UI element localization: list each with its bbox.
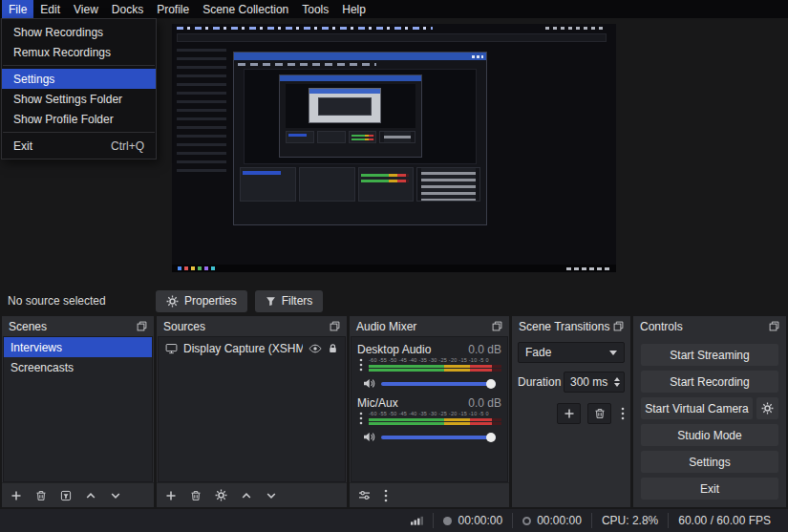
slider-handle[interactable] (486, 433, 496, 442)
menu-item-show-settings-folder[interactable]: Show Settings Folder (2, 89, 156, 109)
start-recording-button[interactable]: Start Recording (641, 371, 778, 393)
remove-source-icon[interactable] (190, 490, 202, 501)
menu-item-show-profile-folder[interactable]: Show Profile Folder (2, 109, 156, 129)
transition-value: Fade (525, 346, 551, 359)
dock-toggle-icon[interactable] (613, 321, 624, 331)
mixer-channel-desktop-audio: Desktop Audio 0.0 dB -60 -55 -50 -45 -40… (351, 337, 507, 391)
channel-menu-icon[interactable] (357, 357, 365, 372)
streaming-timer: 00:00:00 (512, 513, 591, 528)
menu-scene-collection[interactable]: Scene Collection (196, 0, 295, 18)
fps-counter: 60.00 / 60.00 FPS (668, 513, 780, 528)
remove-transition-button[interactable] (587, 403, 611, 424)
streaming-time: 00:00:00 (537, 514, 582, 527)
add-scene-icon[interactable] (11, 490, 22, 501)
lock-icon[interactable] (328, 343, 338, 354)
move-source-down-icon[interactable] (266, 491, 277, 500)
controls-body: Start Streaming Start Recording Start Vi… (633, 336, 786, 507)
menu-docks[interactable]: Docks (105, 0, 150, 18)
menu-item-remux-recordings[interactable]: Remux Recordings (2, 42, 156, 62)
meter-scale: -60 -55 -50 -45 -40 -35 -30 -25 -20 -15 … (369, 411, 501, 417)
source-toolbar: No source selected Properties Filters (0, 287, 788, 314)
move-scene-up-icon[interactable] (85, 491, 96, 500)
mute-icon[interactable] (363, 432, 375, 442)
properties-button[interactable]: Properties (156, 290, 247, 312)
meter-scale: -60 -55 -50 -45 -40 -35 -30 -25 -20 -15 … (369, 357, 501, 364)
spin-down-icon[interactable] (614, 383, 620, 387)
dock-toggle-icon[interactable] (492, 321, 502, 331)
meter-bar (369, 422, 501, 425)
menu-item-shortcut: Ctrl+Q (111, 139, 144, 153)
exit-button[interactable]: Exit (641, 478, 778, 500)
menu-view[interactable]: View (67, 0, 105, 18)
add-source-icon[interactable] (165, 490, 177, 501)
spin-up-icon[interactable] (614, 377, 620, 381)
status-bar: 00:00:00 00:00:00 CPU: 2.8% 60.00 / 60.0… (0, 509, 788, 532)
add-transition-button[interactable] (557, 403, 581, 424)
menu-file[interactable]: File (2, 0, 33, 18)
nested-window-level-2 (279, 74, 422, 158)
duration-spinbox[interactable]: 300 ms (564, 372, 625, 393)
start-streaming-button[interactable]: Start Streaming (641, 344, 778, 366)
scenes-toolbar (2, 482, 154, 507)
mixer-channel-mic-aux: Mic/Aux 0.0 dB -60 -55 -50 -45 -40 -35 -… (351, 391, 507, 444)
move-scene-down-icon[interactable] (110, 491, 121, 500)
channel-level: 0.0 dB (468, 343, 501, 356)
channel-menu-icon[interactable] (357, 411, 365, 425)
menu-help[interactable]: Help (335, 0, 373, 18)
cpu-usage-value: CPU: 2.8% (602, 514, 658, 527)
settings-button[interactable]: Settings (641, 451, 778, 473)
scene-filters-icon[interactable] (60, 490, 72, 501)
captured-taskbar (172, 265, 616, 272)
advanced-audio-icon[interactable] (358, 490, 371, 500)
captured-desktop-tray (545, 27, 607, 30)
nested-audio-meter (358, 167, 415, 202)
slider-handle[interactable] (486, 379, 496, 389)
record-dot-icon (443, 517, 452, 525)
mixer-menu-icon[interactable] (384, 489, 388, 502)
transition-menu-icon[interactable] (621, 407, 625, 420)
nested-window-level-1 (233, 52, 487, 225)
menu-separator (3, 65, 155, 66)
gear-icon (166, 295, 179, 308)
start-virtual-camera-button[interactable]: Start Virtual Camera (641, 397, 753, 419)
menu-profile[interactable]: Profile (150, 0, 196, 18)
menu-tools[interactable]: Tools (295, 0, 335, 18)
preview-canvas[interactable] (172, 24, 616, 272)
dock-toggle-icon[interactable] (769, 321, 779, 331)
transition-select[interactable]: Fade (518, 342, 625, 363)
plus-icon (564, 408, 575, 419)
nested-screen (318, 97, 372, 116)
volume-slider[interactable] (381, 436, 496, 439)
source-label: Display Capture (XSHM) (183, 342, 303, 355)
menu-item-label: Show Profile Folder (13, 113, 114, 126)
menu-item-exit[interactable]: Exit Ctrl+Q (2, 136, 156, 156)
remove-scene-icon[interactable] (35, 490, 47, 501)
source-item-display-capture[interactable]: Display Capture (XSHM) (159, 337, 345, 360)
trash-icon (594, 408, 606, 419)
controls-dock: Controls Start Streaming Start Recording… (633, 316, 786, 507)
dock-toggle-icon[interactable] (330, 321, 340, 331)
move-source-up-icon[interactable] (241, 491, 252, 500)
meter-bar (369, 369, 501, 372)
menu-separator (3, 132, 155, 133)
visibility-icon[interactable] (309, 344, 322, 353)
nested-titlebar (309, 89, 380, 94)
dock-toggle-icon[interactable] (137, 321, 147, 331)
studio-mode-button[interactable]: Studio Mode (641, 424, 778, 446)
source-properties-icon[interactable] (215, 489, 227, 501)
taskbar-clock (566, 267, 610, 270)
menu-item-settings[interactable]: Settings (2, 69, 156, 89)
volume-slider[interactable] (381, 382, 496, 386)
spinbox-arrows[interactable] (614, 377, 620, 387)
virtual-camera-settings-button[interactable] (756, 397, 778, 419)
menu-edit[interactable]: Edit (33, 0, 67, 18)
scene-transitions-dock: Scene Transitions Fade Duration 300 ms (512, 316, 630, 507)
menu-item-show-recordings[interactable]: Show Recordings (2, 22, 156, 42)
mixer-toolbar (350, 482, 509, 507)
nested-scenes-dock (240, 167, 296, 202)
scene-item-interviews[interactable]: Interviews (4, 337, 152, 357)
filters-button[interactable]: Filters (255, 290, 324, 312)
scene-item-screencasts[interactable]: Screencasts (4, 357, 152, 377)
nested-scenes-dock (286, 131, 314, 143)
mute-icon[interactable] (363, 378, 375, 389)
